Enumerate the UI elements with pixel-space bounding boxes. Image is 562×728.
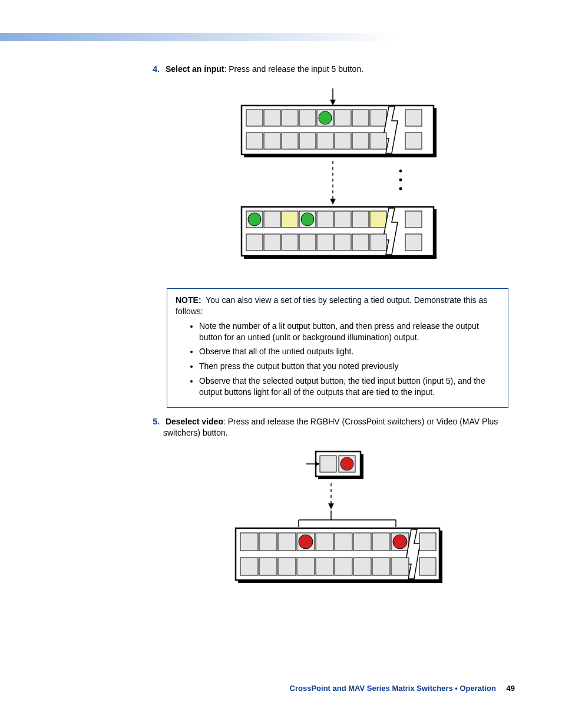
svg-rect-20 [335, 133, 351, 149]
svg-rect-51 [405, 234, 422, 251]
svg-rect-89 [391, 558, 409, 575]
svg-rect-81 [240, 558, 258, 575]
svg-rect-87 [353, 558, 371, 575]
svg-rect-69 [240, 533, 258, 551]
svg-rect-47 [317, 234, 333, 251]
svg-rect-41 [370, 211, 386, 228]
svg-rect-90 [419, 558, 436, 575]
step-4-bold: Select an input [166, 64, 224, 74]
svg-rect-18 [299, 133, 316, 149]
svg-rect-42 [405, 211, 422, 228]
svg-rect-44 [264, 234, 280, 251]
svg-rect-80 [419, 533, 436, 551]
svg-rect-77 [372, 533, 390, 551]
svg-rect-38 [317, 211, 333, 228]
svg-point-28 [399, 187, 402, 190]
svg-point-73 [299, 535, 313, 549]
svg-rect-39 [335, 211, 351, 228]
svg-rect-5 [246, 110, 263, 126]
svg-rect-43 [246, 234, 263, 251]
step-5-number: 5. [147, 416, 163, 427]
step-4-text: : Press and release the input 5 button. [224, 64, 363, 74]
svg-rect-50 [370, 234, 386, 251]
note-bullet: Observe that the selected output button,… [199, 375, 500, 398]
svg-rect-19 [317, 133, 333, 149]
svg-rect-23 [405, 133, 422, 149]
note-bullet: Observe that all of the untied outputs l… [199, 346, 500, 357]
svg-rect-7 [282, 110, 298, 126]
svg-point-79 [393, 535, 407, 549]
footer-page: 49 [507, 684, 515, 693]
svg-rect-55 [320, 456, 336, 472]
svg-rect-48 [335, 234, 351, 251]
svg-rect-11 [335, 110, 351, 126]
svg-rect-34 [264, 211, 280, 228]
note-box: NOTE: You can also view a set of ties by… [167, 288, 508, 408]
svg-point-27 [399, 178, 402, 181]
svg-rect-49 [352, 234, 369, 251]
svg-rect-54 [318, 476, 363, 479]
svg-rect-85 [316, 558, 333, 575]
svg-marker-25 [330, 199, 336, 205]
svg-rect-70 [259, 533, 277, 551]
footer-title: CrossPoint and MAV Series Matrix Switche… [290, 684, 496, 693]
svg-point-37 [301, 213, 314, 226]
svg-rect-13 [370, 110, 386, 126]
svg-rect-17 [282, 133, 298, 149]
svg-rect-4 [244, 154, 437, 157]
step-5: 5. Deselect video: Press and release the… [147, 416, 515, 439]
svg-rect-15 [246, 133, 263, 149]
svg-rect-74 [316, 533, 333, 551]
svg-rect-46 [299, 234, 316, 251]
svg-rect-16 [264, 133, 280, 149]
note-intro: You can also view a set of ties by selec… [176, 295, 487, 316]
svg-rect-67 [439, 531, 442, 582]
svg-rect-40 [352, 211, 369, 228]
note-bullet: Then press the output button that you no… [199, 361, 500, 372]
svg-rect-21 [352, 133, 369, 149]
svg-rect-3 [434, 108, 437, 157]
svg-rect-31 [244, 256, 437, 259]
svg-rect-45 [282, 234, 298, 251]
svg-rect-6 [264, 110, 280, 126]
svg-point-57 [340, 457, 353, 470]
step-5-bold: Deselect video [166, 417, 223, 426]
step-4-number: 4. [147, 64, 163, 75]
svg-rect-84 [297, 558, 315, 575]
svg-rect-68 [238, 580, 442, 583]
svg-point-26 [399, 169, 402, 172]
svg-rect-71 [278, 533, 296, 551]
svg-rect-22 [370, 133, 386, 149]
note-label: NOTE: [176, 295, 201, 305]
svg-rect-14 [405, 110, 422, 126]
svg-rect-76 [353, 533, 371, 551]
step-4: 4. Select an input: Press and release th… [147, 64, 515, 75]
svg-rect-88 [372, 558, 390, 575]
note-bullet-list: Note the number of a lit output button, … [176, 321, 500, 398]
svg-point-33 [248, 213, 261, 226]
svg-marker-1 [330, 100, 336, 106]
svg-rect-30 [434, 209, 437, 258]
svg-rect-86 [335, 558, 352, 575]
note-bullet: Note the number of a lit output button, … [199, 321, 500, 343]
svg-rect-53 [361, 454, 363, 479]
svg-marker-61 [328, 503, 334, 509]
header-gradient-bar [0, 33, 401, 41]
svg-rect-75 [335, 533, 352, 551]
svg-rect-82 [259, 558, 277, 575]
svg-rect-12 [352, 110, 369, 126]
step-4-diagram [158, 85, 515, 274]
svg-rect-83 [278, 558, 296, 575]
step-5-diagram [158, 449, 515, 597]
svg-rect-35 [282, 211, 298, 228]
page-footer: CrossPoint and MAV Series Matrix Switche… [290, 684, 515, 693]
svg-rect-8 [299, 110, 316, 126]
svg-point-10 [319, 111, 332, 124]
